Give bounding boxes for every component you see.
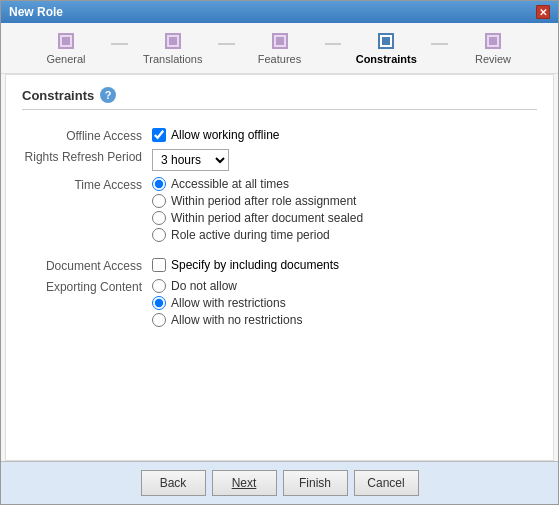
step-constraints[interactable]: Constraints — [341, 33, 431, 65]
time-access-option-2: Within period after document sealed — [152, 211, 537, 225]
exporting-content-group: Do not allow Allow with restrictions All… — [152, 279, 537, 327]
step-translations[interactable]: Translations — [128, 33, 218, 65]
step-label-review: Review — [475, 53, 511, 65]
step-review[interactable]: Review — [448, 33, 538, 65]
step-icon-features — [272, 33, 288, 49]
connector-4 — [431, 43, 448, 45]
label-rights-refresh: Rights Refresh Period — [22, 147, 152, 171]
wizard-steps: General Translations Features Constraint… — [1, 23, 558, 74]
new-role-window: New Role ✕ General Translations Features — [0, 0, 559, 505]
offline-access-label: Allow working offline — [171, 128, 280, 142]
rights-refresh-select[interactable]: 1 hour 2 hours 3 hours 6 hours 12 hours … — [152, 149, 229, 171]
step-inner-constraints — [382, 37, 390, 45]
step-inner-features — [276, 37, 284, 45]
label-exporting-content: Exporting Content — [22, 277, 152, 327]
step-label-translations: Translations — [143, 53, 203, 65]
step-inner-general — [62, 37, 70, 45]
step-icon-review — [485, 33, 501, 49]
step-inner-review — [489, 37, 497, 45]
title-bar: New Role ✕ — [1, 1, 558, 23]
document-access-row: Specify by including documents — [152, 258, 537, 272]
control-document-access: Specify by including documents — [152, 256, 537, 273]
back-button[interactable]: Back — [141, 470, 206, 496]
step-icon-general — [58, 33, 74, 49]
step-label-constraints: Constraints — [356, 53, 417, 65]
time-access-option-3: Role active during time period — [152, 228, 537, 242]
time-access-option-0: Accessible at all times — [152, 177, 537, 191]
main-content: Constraints ? Offline Access Allow worki… — [5, 74, 554, 461]
section-title: Constraints — [22, 88, 94, 103]
time-access-label-0: Accessible at all times — [171, 177, 289, 191]
spacer-row-1 — [22, 246, 537, 252]
window-title: New Role — [9, 5, 63, 19]
label-time-access: Time Access — [22, 175, 152, 242]
connector-1 — [111, 43, 128, 45]
exporting-radio-2[interactable] — [152, 313, 166, 327]
time-access-label-1: Within period after role assignment — [171, 194, 356, 208]
step-icon-constraints — [378, 33, 394, 49]
offline-access-row: Allow working offline — [152, 128, 537, 142]
time-access-group: Accessible at all times Within period af… — [152, 177, 537, 242]
cancel-button[interactable]: Cancel — [354, 470, 419, 496]
connector-2 — [218, 43, 235, 45]
step-general[interactable]: General — [21, 33, 111, 65]
next-button[interactable]: Next — [212, 470, 277, 496]
time-access-label-2: Within period after document sealed — [171, 211, 363, 225]
exporting-option-2: Allow with no restrictions — [152, 313, 537, 327]
finish-button[interactable]: Finish — [283, 470, 348, 496]
step-icon-translations — [165, 33, 181, 49]
exporting-radio-0[interactable] — [152, 279, 166, 293]
exporting-radio-1[interactable] — [152, 296, 166, 310]
exporting-label-2: Allow with no restrictions — [171, 313, 302, 327]
time-access-radio-1[interactable] — [152, 194, 166, 208]
row-time-access: Time Access Accessible at all times With… — [22, 175, 537, 242]
control-offline-access: Allow working offline — [152, 126, 537, 143]
time-access-radio-3[interactable] — [152, 228, 166, 242]
control-time-access: Accessible at all times Within period af… — [152, 175, 537, 242]
label-document-access: Document Access — [22, 256, 152, 273]
row-exporting-content: Exporting Content Do not allow Allow wit… — [22, 277, 537, 327]
exporting-option-1: Allow with restrictions — [152, 296, 537, 310]
step-label-features: Features — [258, 53, 301, 65]
time-access-radio-0[interactable] — [152, 177, 166, 191]
step-inner-translations — [169, 37, 177, 45]
form-table: Offline Access Allow working offline Rig… — [22, 122, 537, 331]
rights-refresh-row: 1 hour 2 hours 3 hours 6 hours 12 hours … — [152, 149, 537, 171]
row-rights-refresh: Rights Refresh Period 1 hour 2 hours 3 h… — [22, 147, 537, 171]
control-exporting-content: Do not allow Allow with restrictions All… — [152, 277, 537, 327]
close-button[interactable]: ✕ — [536, 5, 550, 19]
exporting-option-0: Do not allow — [152, 279, 537, 293]
step-label-general: General — [46, 53, 85, 65]
exporting-label-0: Do not allow — [171, 279, 237, 293]
document-access-label: Specify by including documents — [171, 258, 339, 272]
section-header: Constraints ? — [22, 87, 537, 110]
control-rights-refresh: 1 hour 2 hours 3 hours 6 hours 12 hours … — [152, 147, 537, 171]
time-access-radio-2[interactable] — [152, 211, 166, 225]
offline-access-checkbox[interactable] — [152, 128, 166, 142]
connector-3 — [325, 43, 342, 45]
step-features[interactable]: Features — [235, 33, 325, 65]
exporting-label-1: Allow with restrictions — [171, 296, 286, 310]
label-offline-access: Offline Access — [22, 126, 152, 143]
time-access-option-1: Within period after role assignment — [152, 194, 537, 208]
help-icon[interactable]: ? — [100, 87, 116, 103]
document-access-checkbox[interactable] — [152, 258, 166, 272]
row-offline-access: Offline Access Allow working offline — [22, 126, 537, 143]
footer: Back Next Finish Cancel — [1, 461, 558, 504]
row-document-access: Document Access Specify by including doc… — [22, 256, 537, 273]
time-access-label-3: Role active during time period — [171, 228, 330, 242]
